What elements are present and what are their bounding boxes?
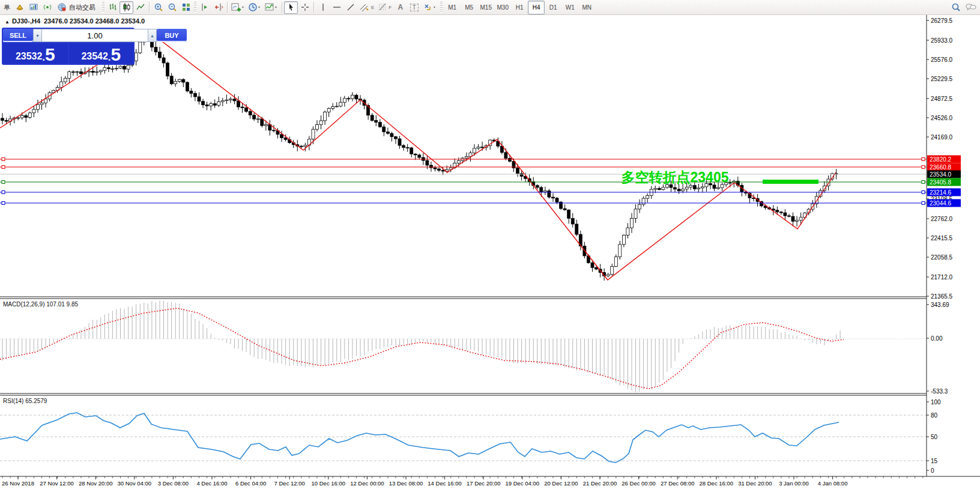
time-axis-label: 30 Nov 04:00	[118, 480, 152, 487]
svg-text:23660.8: 23660.8	[930, 164, 952, 171]
time-axis-label: 10 Dec 16:00	[312, 480, 346, 487]
chart-title: ▲DJ30-,H423476.0 23534.0 23468.0 23534.0	[5, 17, 145, 25]
search-icon[interactable]	[949, 1, 963, 14]
auto-trading-button[interactable]: 自动交易	[54, 1, 101, 14]
mt4-window: { "toolbar": { "order_button_label": "单"…	[0, 0, 980, 489]
symbol-name: DJ30-,H4	[12, 17, 40, 25]
svg-text:50: 50	[931, 434, 938, 440]
arrows-tool-button[interactable]	[421, 1, 439, 14]
new-order-button[interactable]: 单	[1, 3, 13, 12]
time-axis-label: 21 Dec 20:00	[583, 480, 617, 487]
timeframe-H1[interactable]: H1	[511, 1, 528, 14]
time-axis-label: 31 Dec 20:00	[738, 480, 772, 487]
buy-price[interactable]: 23542.5	[69, 43, 134, 64]
candlestick-mode-icon[interactable]	[119, 1, 133, 14]
line-handle[interactable]	[2, 191, 5, 194]
time-axis-label: 26 Dec 00:00	[622, 480, 656, 487]
order-icon[interactable]	[13, 1, 26, 14]
line-handle[interactable]	[922, 181, 925, 184]
toolbar: 单 自动交易 E F A T M1M5M15M30H1H4D1W1MN	[0, 0, 980, 15]
timeframe-W1[interactable]: W1	[561, 1, 578, 14]
time-axis-label: 27 Nov 12:00	[40, 480, 74, 487]
svg-text:26279.5: 26279.5	[931, 17, 953, 24]
timeframe-M15[interactable]: M15	[477, 1, 494, 14]
sell-price[interactable]: 23532.5	[3, 43, 68, 64]
macd-label: MACD(12,26,9) 107.01 9.85	[3, 301, 78, 308]
line-handle[interactable]	[2, 166, 5, 169]
collapse-arrow-icon[interactable]: ▲	[5, 19, 10, 25]
indicators-button[interactable]	[263, 1, 280, 14]
annotation-text[interactable]: 多空转折点23405	[622, 169, 729, 185]
line-handle[interactable]	[922, 158, 925, 161]
chat-icon[interactable]	[963, 1, 979, 14]
text-tool-icon[interactable]: A	[393, 1, 407, 14]
line-handle[interactable]	[2, 202, 5, 205]
svg-text:15: 15	[931, 458, 938, 464]
volume-decrease-button[interactable]: ▼	[33, 29, 42, 42]
time-axis-label: 4 Dec 16:00	[196, 480, 227, 487]
svg-text:25933.0: 25933.0	[931, 37, 953, 44]
trendline-tool-icon[interactable]	[343, 1, 357, 14]
svg-text:23405.8: 23405.8	[930, 179, 952, 186]
line-handle[interactable]	[922, 191, 925, 194]
time-axis-label: 3 Dec 08:00	[158, 480, 189, 487]
fibonacci-tool-icon[interactable]: F	[376, 1, 393, 14]
sell-button[interactable]: SELL	[3, 29, 33, 42]
timeframe-D1[interactable]: D1	[545, 1, 561, 14]
vertical-line-tool-icon[interactable]	[316, 1, 330, 14]
text-label-tool-icon[interactable]: T	[407, 1, 421, 14]
svg-text:22415.5: 22415.5	[931, 235, 953, 241]
svg-text:23044.6: 23044.6	[930, 200, 952, 207]
signals-icon[interactable]	[40, 1, 54, 14]
svg-text:-533.3: -533.3	[931, 388, 948, 395]
svg-text:22058.5: 22058.5	[931, 254, 953, 261]
svg-text:100: 100	[931, 399, 941, 405]
crosshair-tool-icon[interactable]	[298, 1, 312, 14]
timeframe-M1[interactable]: M1	[444, 1, 461, 14]
timeframe-MN[interactable]: MN	[578, 1, 595, 14]
line-handle[interactable]	[922, 202, 925, 205]
time-axis-label: 4 Jan 08:00	[818, 480, 848, 487]
svg-text:22762.0: 22762.0	[931, 216, 953, 222]
time-axis-label: 28 Nov 20:00	[79, 480, 113, 487]
new-chart-button[interactable]	[229, 1, 246, 14]
buy-button[interactable]: BUY	[157, 29, 187, 42]
timeframe-H4[interactable]: H4	[528, 1, 545, 14]
volume-increase-button[interactable]: ▲	[148, 29, 157, 42]
bar-chart-mode-icon[interactable]	[106, 1, 119, 14]
svg-text:23534.0: 23534.0	[930, 171, 952, 178]
chart-canvas[interactable]: 多空转折点2340526279.525933.025576.025229.524…	[0, 0, 980, 489]
svg-text:23820.2: 23820.2	[930, 156, 952, 163]
svg-text:21365.5: 21365.5	[931, 293, 953, 300]
svg-text:0: 0	[931, 467, 934, 474]
time-axis-label: 13 Dec 08:00	[389, 480, 423, 487]
time-axis-label: 17 Dec 20:00	[467, 480, 501, 487]
market-watch-icon[interactable]	[26, 1, 40, 14]
rsi-label: RSI(14) 65.2579	[3, 398, 47, 404]
timeframe-M30[interactable]: M30	[494, 1, 511, 14]
zoom-out-icon[interactable]	[165, 1, 179, 14]
time-axis-label: 3 Jan 00:00	[779, 480, 809, 487]
one-click-trading-panel: SELL ▼ ▲ BUY 23532.5 23542.5	[2, 28, 135, 65]
periods-button[interactable]	[246, 1, 263, 14]
svg-text:24526.0: 24526.0	[931, 115, 953, 121]
timeframe-M5[interactable]: M5	[461, 1, 477, 14]
cursor-tool-icon[interactable]	[284, 1, 298, 14]
auto-scroll-icon[interactable]	[198, 1, 211, 14]
time-axis-label: 27 Dec 08:00	[661, 480, 695, 487]
volume-input[interactable]	[42, 29, 148, 42]
line-handle[interactable]	[922, 166, 925, 169]
line-chart-mode-icon[interactable]	[133, 1, 147, 14]
line-handle[interactable]	[2, 158, 5, 161]
chart-shift-icon[interactable]	[211, 1, 225, 14]
horizontal-line-tool-icon[interactable]	[330, 1, 343, 14]
zoom-in-icon[interactable]	[151, 1, 165, 14]
tile-windows-icon[interactable]	[179, 1, 193, 14]
highlight-segment[interactable]	[763, 180, 818, 184]
line-handle[interactable]	[2, 181, 5, 184]
time-axis-label: 6 Dec 04:00	[235, 480, 266, 487]
svg-text:343.69: 343.69	[931, 302, 949, 308]
channel-tool-icon[interactable]: E	[357, 1, 376, 14]
svg-text:80: 80	[931, 412, 938, 419]
svg-text:24872.5: 24872.5	[931, 96, 953, 102]
